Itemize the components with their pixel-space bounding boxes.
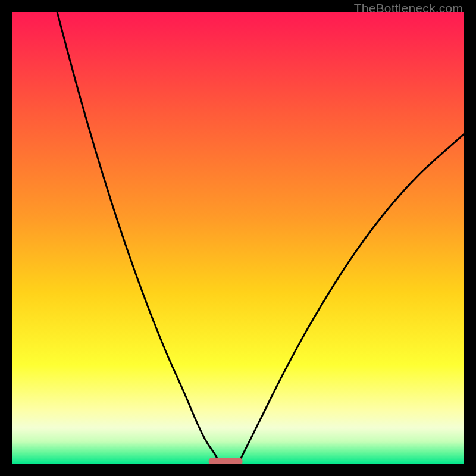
gradient-bg	[12, 12, 464, 464]
watermark-text: TheBottleneck.com	[354, 1, 463, 15]
chart-frame	[12, 12, 464, 464]
bottleneck-chart	[12, 12, 464, 464]
optimum-marker	[209, 458, 243, 464]
